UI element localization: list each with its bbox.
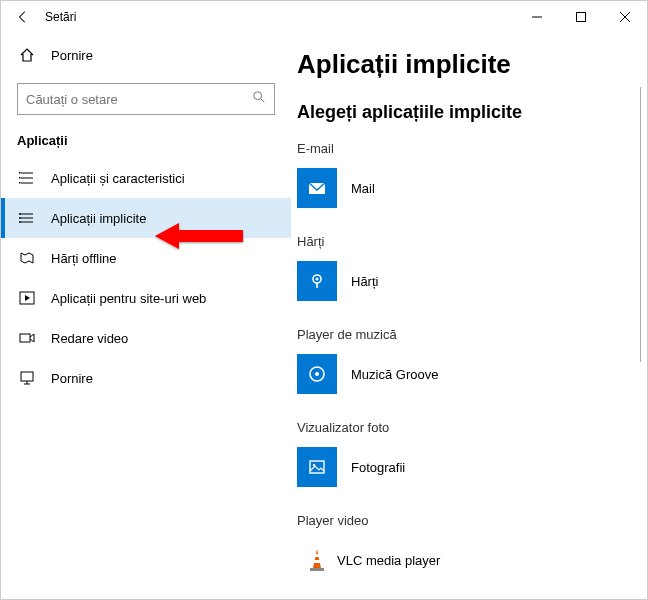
sidebar-item-default-apps[interactable]: Aplicații implicite — [1, 198, 291, 238]
sidebar-group-header: Aplicații — [1, 133, 291, 158]
sidebar-item-label: Aplicații pentru site-uri web — [51, 291, 206, 306]
map-icon — [17, 248, 37, 268]
home-label: Pornire — [51, 48, 93, 63]
list-icon — [17, 168, 37, 188]
svg-rect-21 — [21, 372, 33, 381]
home-icon — [17, 45, 37, 65]
svg-rect-1 — [577, 13, 586, 22]
sidebar-item-label: Redare video — [51, 331, 128, 346]
groove-icon — [297, 354, 337, 394]
maximize-button[interactable] — [559, 1, 603, 33]
svg-rect-33 — [315, 554, 319, 557]
video-icon — [17, 328, 37, 348]
default-app-video[interactable]: VLC media player — [297, 538, 647, 582]
sidebar: Pornire Aplicații Aplicații și caracteri… — [1, 33, 291, 599]
default-app-name: Muzică Groove — [351, 367, 438, 382]
search-icon — [252, 90, 266, 108]
maps-icon — [297, 261, 337, 301]
default-app-maps[interactable]: Hărți — [297, 259, 647, 303]
search-input[interactable] — [26, 92, 252, 107]
sidebar-item-apps-for-websites[interactable]: Aplicații pentru site-uri web — [1, 278, 291, 318]
search-box[interactable] — [17, 83, 275, 115]
svg-rect-34 — [314, 560, 320, 563]
default-app-photo[interactable]: Fotografii — [297, 445, 647, 489]
default-app-name: Fotografii — [351, 460, 405, 475]
default-app-name: Mail — [351, 181, 375, 196]
close-button[interactable] — [603, 1, 647, 33]
sidebar-item-startup[interactable]: Pornire — [1, 358, 291, 398]
home-nav[interactable]: Pornire — [1, 37, 291, 73]
vlc-icon — [297, 540, 337, 580]
default-app-name: VLC media player — [337, 553, 440, 568]
default-app-music[interactable]: Muzică Groove — [297, 352, 647, 396]
page-title: Aplicații implicite — [291, 49, 647, 80]
svg-point-26 — [316, 278, 319, 281]
default-app-name: Hărți — [351, 274, 378, 289]
category-video-label: Player video — [297, 513, 647, 528]
svg-rect-11 — [19, 182, 21, 184]
sidebar-item-label: Aplicații implicite — [51, 211, 146, 226]
minimize-button[interactable] — [515, 1, 559, 33]
svg-point-29 — [315, 372, 319, 376]
photos-icon — [297, 447, 337, 487]
svg-line-5 — [261, 99, 265, 103]
category-email-label: E-mail — [297, 141, 647, 156]
window-title: Setări — [45, 10, 76, 24]
sidebar-item-video-playback[interactable]: Redare video — [1, 318, 291, 358]
back-button[interactable] — [9, 3, 37, 31]
sidebar-item-label: Pornire — [51, 371, 93, 386]
page-subtitle: Alegeți aplicațiile implicite — [291, 102, 647, 123]
svg-rect-9 — [19, 172, 21, 174]
svg-rect-30 — [310, 461, 324, 473]
svg-point-15 — [19, 213, 21, 215]
startup-icon — [17, 368, 37, 388]
svg-rect-10 — [19, 177, 21, 179]
svg-point-16 — [19, 217, 21, 219]
category-music-label: Player de muzică — [297, 327, 647, 342]
sidebar-item-label: Aplicații și caracteristici — [51, 171, 185, 186]
sidebar-item-offline-maps[interactable]: Hărți offline — [1, 238, 291, 278]
svg-rect-35 — [310, 568, 324, 571]
category-maps-label: Hărți — [297, 234, 647, 249]
defaults-icon — [17, 208, 37, 228]
mail-icon — [297, 168, 337, 208]
website-icon — [17, 288, 37, 308]
sidebar-item-label: Hărți offline — [51, 251, 117, 266]
svg-point-4 — [254, 92, 262, 100]
svg-rect-20 — [20, 334, 30, 342]
category-photo-label: Vizualizator foto — [297, 420, 647, 435]
svg-marker-19 — [25, 295, 30, 301]
sidebar-item-apps-features[interactable]: Aplicații și caracteristici — [1, 158, 291, 198]
default-app-email[interactable]: Mail — [297, 166, 647, 210]
main-content: Aplicații implicite Alegeți aplicațiile … — [291, 33, 647, 599]
svg-point-17 — [19, 221, 21, 223]
svg-marker-32 — [313, 549, 321, 568]
scrollbar[interactable] — [640, 87, 641, 362]
